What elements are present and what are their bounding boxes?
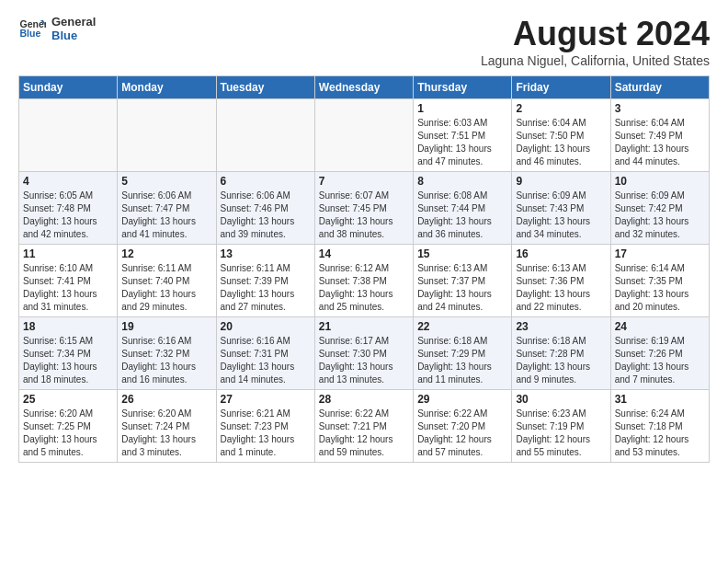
calendar-cell xyxy=(118,99,216,172)
day-info: Sunrise: 6:09 AM Sunset: 7:42 PM Dayligh… xyxy=(615,190,705,241)
day-number: 30 xyxy=(516,393,606,406)
day-info: Sunrise: 6:03 AM Sunset: 7:51 PM Dayligh… xyxy=(417,117,507,168)
day-info: Sunrise: 6:23 AM Sunset: 7:19 PM Dayligh… xyxy=(516,408,606,459)
calendar-cell: 7Sunrise: 6:07 AM Sunset: 7:45 PM Daylig… xyxy=(314,172,413,245)
day-number: 21 xyxy=(319,320,409,333)
column-header-thursday: Thursday xyxy=(414,76,512,99)
column-header-saturday: Saturday xyxy=(610,76,709,99)
calendar-cell: 20Sunrise: 6:16 AM Sunset: 7:31 PM Dayli… xyxy=(216,317,314,390)
svg-text:Blue: Blue xyxy=(20,28,41,39)
day-number: 7 xyxy=(319,175,409,188)
calendar-cell: 23Sunrise: 6:18 AM Sunset: 7:28 PM Dayli… xyxy=(512,317,610,390)
day-info: Sunrise: 6:16 AM Sunset: 7:31 PM Dayligh… xyxy=(221,335,311,386)
calendar-cell: 12Sunrise: 6:11 AM Sunset: 7:40 PM Dayli… xyxy=(118,245,216,317)
day-info: Sunrise: 6:09 AM Sunset: 7:43 PM Dayligh… xyxy=(516,190,606,241)
day-info: Sunrise: 6:18 AM Sunset: 7:28 PM Dayligh… xyxy=(516,335,606,386)
day-number: 12 xyxy=(121,247,211,260)
calendar-week-4: 18Sunrise: 6:15 AM Sunset: 7:34 PM Dayli… xyxy=(19,317,710,390)
calendar-cell: 15Sunrise: 6:13 AM Sunset: 7:37 PM Dayli… xyxy=(414,245,512,317)
day-info: Sunrise: 6:13 AM Sunset: 7:37 PM Dayligh… xyxy=(417,262,507,314)
calendar-cell: 1Sunrise: 6:03 AM Sunset: 7:51 PM Daylig… xyxy=(414,99,512,172)
day-info: Sunrise: 6:24 AM Sunset: 7:18 PM Dayligh… xyxy=(615,408,705,459)
calendar-week-5: 25Sunrise: 6:20 AM Sunset: 7:25 PM Dayli… xyxy=(19,390,710,463)
column-header-sunday: Sunday xyxy=(19,76,118,99)
day-number: 10 xyxy=(615,175,705,188)
calendar-cell: 29Sunrise: 6:22 AM Sunset: 7:20 PM Dayli… xyxy=(414,390,512,463)
calendar-week-3: 11Sunrise: 6:10 AM Sunset: 7:41 PM Dayli… xyxy=(19,245,710,317)
day-number: 11 xyxy=(23,247,113,260)
logo-line2: Blue xyxy=(51,29,96,42)
day-number: 4 xyxy=(23,175,113,188)
calendar-cell: 10Sunrise: 6:09 AM Sunset: 7:42 PM Dayli… xyxy=(610,172,709,245)
day-number: 1 xyxy=(417,102,507,115)
day-info: Sunrise: 6:11 AM Sunset: 7:39 PM Dayligh… xyxy=(221,262,311,314)
day-number: 31 xyxy=(615,393,705,406)
calendar-cell: 21Sunrise: 6:17 AM Sunset: 7:30 PM Dayli… xyxy=(314,317,413,390)
day-number: 23 xyxy=(516,320,606,333)
calendar-cell: 16Sunrise: 6:13 AM Sunset: 7:36 PM Dayli… xyxy=(512,245,610,317)
calendar-cell: 13Sunrise: 6:11 AM Sunset: 7:39 PM Dayli… xyxy=(216,245,314,317)
day-info: Sunrise: 6:18 AM Sunset: 7:29 PM Dayligh… xyxy=(417,335,507,386)
day-number: 28 xyxy=(319,393,409,406)
day-info: Sunrise: 6:17 AM Sunset: 7:30 PM Dayligh… xyxy=(319,335,409,386)
page-header: General Blue General Blue August 2024 La… xyxy=(18,15,710,68)
calendar-cell: 24Sunrise: 6:19 AM Sunset: 7:26 PM Dayli… xyxy=(610,317,709,390)
day-number: 5 xyxy=(121,175,211,188)
day-info: Sunrise: 6:22 AM Sunset: 7:20 PM Dayligh… xyxy=(417,408,507,459)
day-number: 15 xyxy=(417,247,507,260)
day-info: Sunrise: 6:16 AM Sunset: 7:32 PM Dayligh… xyxy=(121,335,211,386)
day-info: Sunrise: 6:15 AM Sunset: 7:34 PM Dayligh… xyxy=(23,335,113,386)
day-number: 14 xyxy=(319,247,409,260)
day-info: Sunrise: 6:22 AM Sunset: 7:21 PM Dayligh… xyxy=(319,408,409,459)
column-header-tuesday: Tuesday xyxy=(216,76,314,99)
calendar-cell: 28Sunrise: 6:22 AM Sunset: 7:21 PM Dayli… xyxy=(314,390,413,463)
calendar-cell: 25Sunrise: 6:20 AM Sunset: 7:25 PM Dayli… xyxy=(19,390,118,463)
logo: General Blue General Blue xyxy=(18,15,96,42)
day-info: Sunrise: 6:10 AM Sunset: 7:41 PM Dayligh… xyxy=(23,262,113,314)
day-info: Sunrise: 6:12 AM Sunset: 7:38 PM Dayligh… xyxy=(319,262,409,314)
location: Laguna Niguel, California, United States xyxy=(481,53,710,68)
calendar-cell: 5Sunrise: 6:06 AM Sunset: 7:47 PM Daylig… xyxy=(118,172,216,245)
day-info: Sunrise: 6:19 AM Sunset: 7:26 PM Dayligh… xyxy=(615,335,705,386)
day-number: 6 xyxy=(221,175,311,188)
calendar-cell xyxy=(216,99,314,172)
day-info: Sunrise: 6:04 AM Sunset: 7:50 PM Dayligh… xyxy=(516,117,606,168)
calendar: SundayMondayTuesdayWednesdayThursdayFrid… xyxy=(18,75,710,463)
day-number: 24 xyxy=(615,320,705,333)
day-info: Sunrise: 6:06 AM Sunset: 7:46 PM Dayligh… xyxy=(221,190,311,241)
month-title: August 2024 xyxy=(481,15,710,53)
day-info: Sunrise: 6:11 AM Sunset: 7:40 PM Dayligh… xyxy=(121,262,211,314)
day-number: 26 xyxy=(121,393,211,406)
calendar-week-1: 1Sunrise: 6:03 AM Sunset: 7:51 PM Daylig… xyxy=(19,99,710,172)
calendar-header-row: SundayMondayTuesdayWednesdayThursdayFrid… xyxy=(19,76,710,99)
calendar-week-2: 4Sunrise: 6:05 AM Sunset: 7:48 PM Daylig… xyxy=(19,172,710,245)
calendar-cell: 6Sunrise: 6:06 AM Sunset: 7:46 PM Daylig… xyxy=(216,172,314,245)
calendar-cell: 11Sunrise: 6:10 AM Sunset: 7:41 PM Dayli… xyxy=(19,245,118,317)
calendar-cell: 30Sunrise: 6:23 AM Sunset: 7:19 PM Dayli… xyxy=(512,390,610,463)
calendar-cell: 26Sunrise: 6:20 AM Sunset: 7:24 PM Dayli… xyxy=(118,390,216,463)
calendar-cell: 31Sunrise: 6:24 AM Sunset: 7:18 PM Dayli… xyxy=(610,390,709,463)
day-number: 27 xyxy=(221,393,311,406)
day-info: Sunrise: 6:20 AM Sunset: 7:24 PM Dayligh… xyxy=(121,408,211,459)
day-info: Sunrise: 6:14 AM Sunset: 7:35 PM Dayligh… xyxy=(615,262,705,314)
day-number: 20 xyxy=(221,320,311,333)
title-block: August 2024 Laguna Niguel, California, U… xyxy=(481,15,710,68)
day-info: Sunrise: 6:08 AM Sunset: 7:44 PM Dayligh… xyxy=(417,190,507,241)
day-number: 16 xyxy=(516,247,606,260)
day-number: 18 xyxy=(23,320,113,333)
day-info: Sunrise: 6:05 AM Sunset: 7:48 PM Dayligh… xyxy=(23,190,113,241)
calendar-cell xyxy=(19,99,118,172)
day-number: 9 xyxy=(516,175,606,188)
day-number: 17 xyxy=(615,247,705,260)
column-header-monday: Monday xyxy=(118,76,216,99)
day-number: 3 xyxy=(615,102,705,115)
column-header-wednesday: Wednesday xyxy=(314,76,413,99)
day-number: 13 xyxy=(221,247,311,260)
calendar-cell: 9Sunrise: 6:09 AM Sunset: 7:43 PM Daylig… xyxy=(512,172,610,245)
calendar-cell: 22Sunrise: 6:18 AM Sunset: 7:29 PM Dayli… xyxy=(414,317,512,390)
day-info: Sunrise: 6:04 AM Sunset: 7:49 PM Dayligh… xyxy=(615,117,705,168)
day-number: 29 xyxy=(417,393,507,406)
calendar-cell: 18Sunrise: 6:15 AM Sunset: 7:34 PM Dayli… xyxy=(19,317,118,390)
calendar-cell xyxy=(314,99,413,172)
day-info: Sunrise: 6:20 AM Sunset: 7:25 PM Dayligh… xyxy=(23,408,113,459)
